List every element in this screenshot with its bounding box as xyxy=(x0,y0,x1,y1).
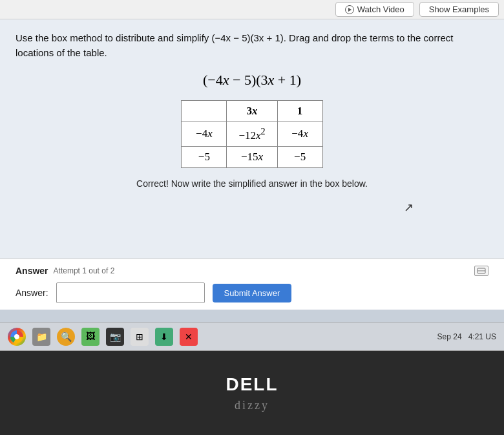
photos-icon[interactable]: 🖼 xyxy=(81,328,100,346)
table-header-col2: 1 xyxy=(277,101,322,122)
expression-display: (−4x − 5)(3x + 1) xyxy=(16,72,488,89)
expression: (−4x − 5)(3x + 1) xyxy=(203,72,301,88)
table-row1-col2: −4x xyxy=(277,122,322,147)
table-row-1: −4x −12x2 −4x xyxy=(182,122,322,147)
table-row1-label: −4x xyxy=(182,122,227,147)
attempt-text: Attempt 1 out of 2 xyxy=(54,266,115,275)
dell-brand-text: DELL xyxy=(226,374,278,394)
answer-input-row: Answer: Submit Answer xyxy=(16,282,488,303)
table-row2-col2: −5 xyxy=(277,146,322,167)
answer-section: Answer Attempt 1 out of 2 Answer: Submit… xyxy=(0,259,504,310)
table-row-2: −5 −15x −5 xyxy=(182,146,322,167)
show-examples-button[interactable]: Show Examples xyxy=(419,2,499,17)
download-icon[interactable]: ⬇ xyxy=(155,328,173,346)
submit-answer-button[interactable]: Submit Answer xyxy=(213,284,292,302)
show-examples-label: Show Examples xyxy=(429,5,489,14)
table-header-col1: 3x xyxy=(227,101,277,122)
box-table-container: 3x 1 −4x −12x2 −4x −5 −15x −5 xyxy=(16,100,488,168)
taskbar: 📁 🔍 🖼 📷 ⊞ ⬇ ✕ Sep 24 4:21 US xyxy=(0,323,504,351)
camera-icon[interactable]: 📷 xyxy=(106,328,124,346)
watch-video-button[interactable]: Watch Video xyxy=(335,2,414,17)
svg-marker-1 xyxy=(348,8,352,12)
answer-input[interactable] xyxy=(56,282,205,303)
dell-logo: DELL xyxy=(226,374,278,395)
table-empty-cell xyxy=(182,101,227,122)
grid-icon[interactable]: ⊞ xyxy=(131,328,149,346)
date-display: Sep 24 xyxy=(437,332,462,341)
files-icon[interactable]: 📁 xyxy=(32,328,50,346)
table-row2-col1: −15x xyxy=(227,146,277,167)
search-icon[interactable]: 🔍 xyxy=(57,328,75,346)
play-icon xyxy=(345,5,354,14)
chrome-icon[interactable] xyxy=(8,328,26,346)
top-bar: Watch Video Show Examples xyxy=(0,0,504,19)
table-row1-col1: −12x2 xyxy=(227,122,277,147)
box-method-table: 3x 1 −4x −12x2 −4x −5 −15x −5 xyxy=(181,100,322,168)
correct-message: Correct! Now write the simplified answer… xyxy=(16,178,488,189)
answer-label-row: Answer Attempt 1 out of 2 xyxy=(16,266,488,276)
handwriting-text: dizzy xyxy=(235,399,269,412)
expand-button[interactable] xyxy=(474,266,488,276)
svg-point-5 xyxy=(14,334,19,339)
table-row2-label: −5 xyxy=(182,146,227,167)
handwritten-word: dizzy xyxy=(235,399,269,412)
close-icon[interactable]: ✕ xyxy=(180,328,198,346)
answer-prefix: Answer: xyxy=(16,288,48,298)
answer-label: Answer Attempt 1 out of 2 xyxy=(16,266,114,276)
answer-title: Answer xyxy=(16,266,48,276)
time-display: 4:21 US xyxy=(468,332,496,341)
table-header-row: 3x 1 xyxy=(182,101,322,122)
taskbar-right: Sep 24 4:21 US xyxy=(437,332,496,341)
question-text: Use the box method to distribute and sim… xyxy=(16,31,488,60)
main-content: Use the box method to distribute and sim… xyxy=(0,19,504,259)
laptop-bottom: DELL dizzy xyxy=(0,351,504,435)
watch-video-label: Watch Video xyxy=(357,5,404,14)
